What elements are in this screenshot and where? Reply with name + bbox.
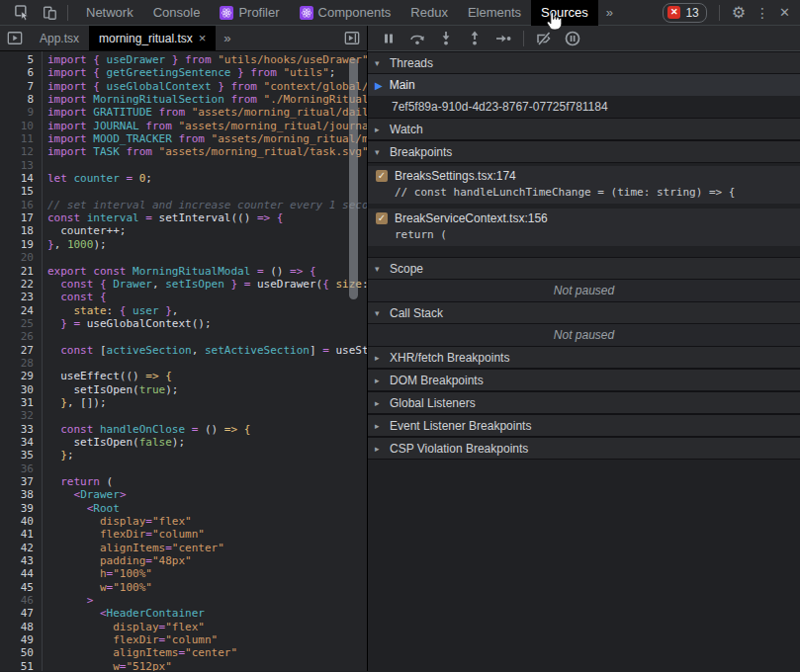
line-number[interactable]: 36 xyxy=(0,462,42,475)
line-number[interactable]: 37 xyxy=(0,475,42,488)
close-devtools-icon[interactable]: ✕ xyxy=(779,6,790,19)
code-text[interactable]: padding="48px" xyxy=(42,554,192,567)
code-text[interactable] xyxy=(42,159,47,172)
device-toolbar-icon[interactable] xyxy=(40,3,59,23)
step-into-icon[interactable] xyxy=(435,29,457,48)
code-text[interactable]: import { useGlobalContext } from "contex… xyxy=(42,80,367,93)
line-number[interactable]: 24 xyxy=(0,304,42,317)
code-text[interactable] xyxy=(42,357,47,370)
code-text[interactable] xyxy=(42,251,47,264)
line-number[interactable]: 21 xyxy=(0,265,42,278)
code-text[interactable]: import { getGreetingSentence } from "uti… xyxy=(42,66,335,79)
breakpoint-entry[interactable]: ✓BreakServiceContext.tsx:156return ( xyxy=(368,209,800,246)
line-number[interactable]: 45 xyxy=(0,581,42,594)
line-number[interactable]: 22 xyxy=(0,278,42,291)
code-text[interactable]: alignItems="center" xyxy=(42,646,237,659)
breakpoint-entry[interactable]: ✓BreaksSettings.tsx:174// const handleLu… xyxy=(368,166,800,204)
code-text[interactable] xyxy=(42,185,47,198)
code-text[interactable] xyxy=(42,462,47,475)
code-text[interactable]: import MorningRitualSection from "./Morn… xyxy=(42,93,367,106)
deactivate-breakpoints-icon[interactable] xyxy=(533,29,555,48)
code-text[interactable]: import TASK from "assets/morning_ritual/… xyxy=(42,145,367,158)
code-text[interactable]: import MOOD_TRACKER from "assets/morning… xyxy=(42,132,367,145)
code-text[interactable]: flexDir="column" xyxy=(42,633,218,646)
line-number[interactable]: 10 xyxy=(0,120,42,132)
code-text[interactable]: const handleOnClose = () => { xyxy=(42,423,250,436)
panel-tab-network[interactable]: Network xyxy=(76,0,143,26)
breakpoint-checkbox[interactable]: ✓ xyxy=(376,170,388,182)
code-text[interactable]: import JOURNAL from "assets/morning_ritu… xyxy=(42,120,367,132)
step-out-icon[interactable] xyxy=(464,29,486,48)
file-tab-morning_ritual.tsx[interactable]: morning_ritual.tsx× xyxy=(89,26,216,50)
code-text[interactable]: w="512px" xyxy=(42,660,172,671)
section-header-threads[interactable]: ▾Threads xyxy=(368,51,800,74)
close-file-icon[interactable]: × xyxy=(199,31,207,45)
code-text[interactable]: state: { user }, xyxy=(42,304,178,317)
panel-tab-profiler[interactable]: Profiler xyxy=(210,0,289,26)
line-number[interactable]: 49 xyxy=(0,633,42,646)
line-number[interactable]: 12 xyxy=(0,145,42,158)
code-text[interactable]: }, 1000); xyxy=(42,238,107,251)
panel-tab-elements[interactable]: Elements xyxy=(458,0,531,26)
code-text[interactable]: const interval = setInterval(() => { xyxy=(42,211,283,224)
code-text[interactable]: <Root xyxy=(42,502,120,515)
line-number[interactable]: 35 xyxy=(0,449,42,462)
line-number[interactable]: 19 xyxy=(0,238,42,251)
pause-on-exceptions-icon[interactable] xyxy=(562,29,583,48)
code-text[interactable]: display="flex" xyxy=(42,515,192,528)
line-number[interactable]: 44 xyxy=(0,567,42,580)
code-text[interactable] xyxy=(42,409,47,422)
file-tab-App.tsx[interactable]: App.tsx xyxy=(30,26,89,50)
line-number[interactable]: 29 xyxy=(0,370,42,382)
line-number[interactable]: 26 xyxy=(0,330,42,343)
line-number[interactable]: 30 xyxy=(0,383,42,396)
line-number[interactable]: 8 xyxy=(0,93,42,106)
settings-gear-icon[interactable]: ⚙ xyxy=(732,5,746,21)
line-number[interactable]: 43 xyxy=(0,554,42,567)
code-text[interactable]: display="flex" xyxy=(42,621,205,633)
code-text[interactable]: const { xyxy=(42,291,107,303)
line-number[interactable]: 38 xyxy=(0,488,42,501)
code-text[interactable]: w="100%" xyxy=(42,581,152,594)
panel-tab-components[interactable]: Components xyxy=(290,0,401,26)
code-text[interactable]: return ( xyxy=(42,475,113,488)
code-text[interactable]: import { useDrawer } from "utils/hooks/u… xyxy=(42,53,367,66)
section-header-xhr-fetch-breakpoints[interactable]: ▸XHR/fetch Breakpoints xyxy=(368,346,800,369)
panel-tab-console[interactable]: Console xyxy=(143,0,211,26)
section-header-global-listeners[interactable]: ▸Global Listeners xyxy=(368,391,800,414)
line-number[interactable]: 15 xyxy=(0,185,42,198)
section-header-call-stack[interactable]: ▾Call Stack xyxy=(368,301,800,324)
line-number[interactable]: 13 xyxy=(0,159,42,172)
line-number[interactable]: 16 xyxy=(0,199,42,211)
panel-tab-sources[interactable]: Sources xyxy=(531,0,598,26)
section-header-scope[interactable]: ▾Scope xyxy=(368,257,800,280)
code-text[interactable]: h="100%" xyxy=(42,567,152,580)
line-number[interactable]: 46 xyxy=(0,594,42,607)
error-count-badge[interactable]: ✕ 13 xyxy=(663,3,706,23)
line-number[interactable]: 28 xyxy=(0,357,42,370)
code-text[interactable]: <HeaderContainer xyxy=(42,607,205,620)
line-number[interactable]: 47 xyxy=(0,607,42,620)
code-text[interactable]: }, []); xyxy=(42,396,107,409)
show-navigator-icon[interactable] xyxy=(0,26,30,50)
step-icon[interactable] xyxy=(492,29,514,48)
code-text[interactable]: > xyxy=(42,594,93,607)
thread-item-worker[interactable]: 7ef5f89a-910d-4d23-8767-07725f781184 xyxy=(368,96,800,118)
section-header-dom-breakpoints[interactable]: ▸DOM Breakpoints xyxy=(368,369,800,391)
line-number[interactable]: 40 xyxy=(0,515,42,528)
line-number[interactable]: 31 xyxy=(0,396,42,409)
code-text[interactable]: const [activeSection, setActiveSection] … xyxy=(42,344,367,357)
line-number[interactable]: 32 xyxy=(0,409,42,422)
code-text[interactable]: useEffect(() => { xyxy=(42,370,172,382)
show-debugger-panel-icon[interactable] xyxy=(337,26,367,50)
line-number[interactable]: 6 xyxy=(0,66,42,79)
line-number[interactable]: 42 xyxy=(0,542,42,554)
thread-item-main[interactable]: ▶Main xyxy=(368,74,800,96)
code-text[interactable]: import GRATITUDE from "assets/morning_ri… xyxy=(42,106,367,119)
code-text[interactable]: alignItems="center" xyxy=(42,542,224,554)
code-text[interactable]: setIsOpen(false); xyxy=(42,436,185,449)
section-header-csp-violation-breakpoints[interactable]: ▸CSP Violation Breakpoints xyxy=(368,437,800,460)
kebab-menu-icon[interactable]: ⋮ xyxy=(756,6,769,20)
line-number[interactable]: 39 xyxy=(0,502,42,515)
code-text[interactable] xyxy=(42,330,47,343)
